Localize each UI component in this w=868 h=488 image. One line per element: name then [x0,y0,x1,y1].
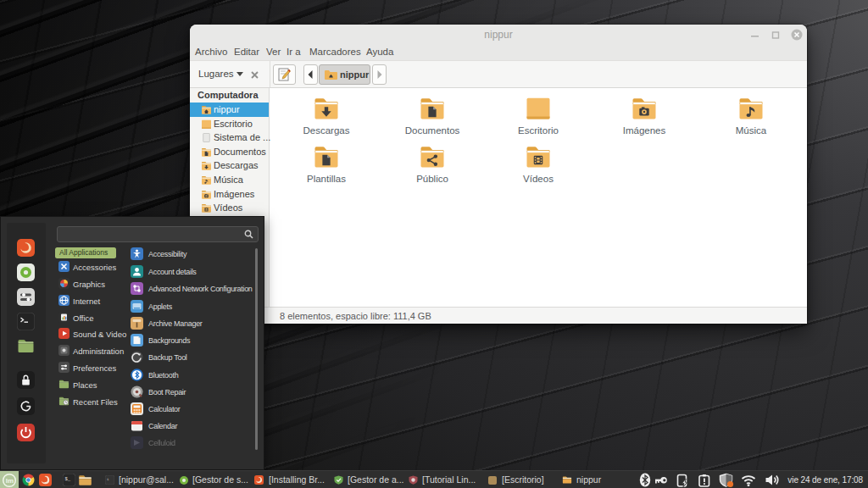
svg-text:lm: lm [6,477,14,485]
svg-text:$_: $_ [65,476,71,482]
